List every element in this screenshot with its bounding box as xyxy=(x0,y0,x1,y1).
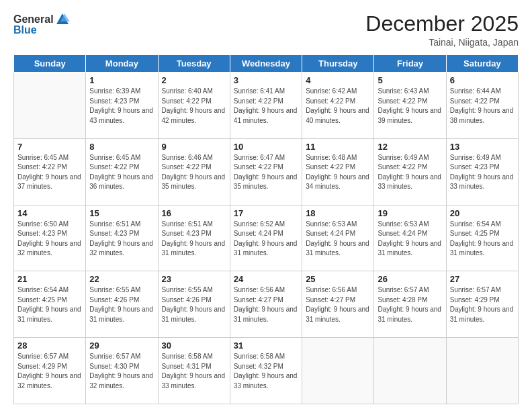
day-info: Sunrise: 6:49 AMSunset: 4:23 PMDaylight:… xyxy=(450,153,515,192)
sunset-label: Sunset: 4:27 PM xyxy=(306,296,355,304)
logo-blue: Blue xyxy=(13,24,37,36)
daylight-label: Daylight: 9 hours and 31 minutes. xyxy=(162,240,226,257)
day-info: Sunrise: 6:43 AMSunset: 4:22 PMDaylight:… xyxy=(378,87,442,126)
weekday-saturday: Saturday xyxy=(446,55,518,73)
daylight-label: Daylight: 9 hours and 43 minutes. xyxy=(89,107,153,124)
day-number: 28 xyxy=(17,340,82,351)
day-info: Sunrise: 6:54 AMSunset: 4:25 PMDaylight:… xyxy=(450,220,515,259)
day-info: Sunrise: 6:45 AMSunset: 4:22 PMDaylight:… xyxy=(17,153,82,192)
day-info: Sunrise: 6:44 AMSunset: 4:22 PMDaylight:… xyxy=(450,87,515,126)
day-info: Sunrise: 6:58 AMSunset: 4:32 PMDaylight:… xyxy=(234,352,298,391)
daylight-label: Daylight: 9 hours and 37 minutes. xyxy=(17,173,81,191)
sunrise-label: Sunrise: 6:49 AM xyxy=(450,154,501,161)
day-number: 7 xyxy=(17,142,82,152)
daylight-label: Daylight: 9 hours and 31 minutes. xyxy=(234,306,298,323)
sunrise-label: Sunrise: 6:46 AM xyxy=(162,154,213,161)
calendar-cell: 16Sunrise: 6:51 AMSunset: 4:23 PMDayligh… xyxy=(158,205,230,271)
sunset-label: Sunset: 4:23 PM xyxy=(89,230,139,237)
day-info: Sunrise: 6:51 AMSunset: 4:23 PMDaylight:… xyxy=(89,220,154,259)
location-title: Tainai, Niigata, Japan xyxy=(365,37,519,48)
sunset-label: Sunset: 4:26 PM xyxy=(89,296,139,304)
title-block: December 2025 Tainai, Niigata, Japan xyxy=(365,12,519,48)
daylight-label: Daylight: 9 hours and 32 minutes. xyxy=(17,240,81,257)
daylight-label: Daylight: 9 hours and 35 minutes. xyxy=(162,173,226,191)
day-number: 18 xyxy=(306,208,370,218)
calendar-cell: 9Sunrise: 6:46 AMSunset: 4:22 PMDaylight… xyxy=(158,138,230,205)
sunset-label: Sunset: 4:22 PM xyxy=(306,97,355,105)
calendar-cell: 10Sunrise: 6:47 AMSunset: 4:22 PMDayligh… xyxy=(230,138,302,205)
sunset-label: Sunset: 4:22 PM xyxy=(234,163,283,171)
day-number: 17 xyxy=(234,208,298,218)
calendar-cell: 18Sunrise: 6:53 AMSunset: 4:24 PMDayligh… xyxy=(302,205,374,271)
day-number: 11 xyxy=(306,142,370,152)
calendar-week-4: 28Sunrise: 6:57 AMSunset: 4:29 PMDayligh… xyxy=(14,338,519,404)
day-info: Sunrise: 6:57 AMSunset: 4:29 PMDaylight:… xyxy=(17,352,82,391)
sunset-label: Sunset: 4:22 PM xyxy=(234,97,283,105)
day-number: 13 xyxy=(450,142,515,152)
daylight-label: Daylight: 9 hours and 31 minutes. xyxy=(306,240,369,257)
calendar-week-3: 21Sunrise: 6:54 AMSunset: 4:25 PMDayligh… xyxy=(14,271,519,338)
daylight-label: Daylight: 9 hours and 31 minutes. xyxy=(450,306,514,323)
calendar-cell xyxy=(374,338,446,404)
weekday-row: Sunday Monday Tuesday Wednesday Thursday… xyxy=(14,55,519,73)
daylight-label: Daylight: 9 hours and 35 minutes. xyxy=(234,173,298,191)
day-number: 22 xyxy=(89,274,154,284)
day-number: 5 xyxy=(378,75,442,85)
calendar-week-0: 1Sunrise: 6:39 AMSunset: 4:23 PMDaylight… xyxy=(14,73,519,139)
day-number: 31 xyxy=(234,340,298,351)
day-number: 6 xyxy=(450,75,515,85)
day-info: Sunrise: 6:56 AMSunset: 4:27 PMDaylight:… xyxy=(306,285,370,324)
sunrise-label: Sunrise: 6:58 AM xyxy=(162,353,213,360)
sunrise-label: Sunrise: 6:47 AM xyxy=(234,154,285,161)
daylight-label: Daylight: 9 hours and 31 minutes. xyxy=(306,306,369,323)
sunset-label: Sunset: 4:30 PM xyxy=(89,363,139,370)
month-title: December 2025 xyxy=(365,12,519,36)
day-number: 3 xyxy=(234,75,298,85)
day-number: 21 xyxy=(17,274,82,284)
daylight-label: Daylight: 9 hours and 31 minutes. xyxy=(378,306,441,323)
day-info: Sunrise: 6:57 AMSunset: 4:30 PMDaylight:… xyxy=(89,352,154,391)
day-info: Sunrise: 6:58 AMSunset: 4:31 PMDaylight:… xyxy=(162,352,226,391)
day-number: 23 xyxy=(162,274,226,284)
calendar-cell: 27Sunrise: 6:57 AMSunset: 4:29 PMDayligh… xyxy=(446,271,518,338)
sunrise-label: Sunrise: 6:54 AM xyxy=(450,220,501,228)
day-number: 30 xyxy=(162,340,226,351)
sunrise-label: Sunrise: 6:41 AM xyxy=(234,87,285,95)
weekday-thursday: Thursday xyxy=(302,55,374,73)
day-number: 25 xyxy=(306,274,370,284)
day-number: 4 xyxy=(306,75,370,85)
sunset-label: Sunset: 4:24 PM xyxy=(234,230,283,237)
sunrise-label: Sunrise: 6:42 AM xyxy=(306,87,357,95)
sunrise-label: Sunrise: 6:45 AM xyxy=(17,154,69,161)
calendar-cell: 29Sunrise: 6:57 AMSunset: 4:30 PMDayligh… xyxy=(86,338,158,404)
daylight-label: Daylight: 9 hours and 33 minutes. xyxy=(378,173,441,191)
daylight-label: Daylight: 9 hours and 41 minutes. xyxy=(234,107,298,124)
sunrise-label: Sunrise: 6:58 AM xyxy=(234,353,285,360)
daylight-label: Daylight: 9 hours and 31 minutes. xyxy=(234,240,298,257)
calendar-cell: 17Sunrise: 6:52 AMSunset: 4:24 PMDayligh… xyxy=(230,205,302,271)
calendar-cell: 26Sunrise: 6:57 AMSunset: 4:28 PMDayligh… xyxy=(374,271,446,338)
sunrise-label: Sunrise: 6:39 AM xyxy=(89,87,140,95)
daylight-label: Daylight: 9 hours and 33 minutes. xyxy=(234,372,298,390)
day-info: Sunrise: 6:57 AMSunset: 4:29 PMDaylight:… xyxy=(450,285,515,324)
day-number: 14 xyxy=(17,208,82,218)
calendar-cell: 8Sunrise: 6:45 AMSunset: 4:22 PMDaylight… xyxy=(86,138,158,205)
header: General Blue December 2025 Tainai, Niiga… xyxy=(13,12,519,48)
day-number: 8 xyxy=(89,142,154,152)
sunset-label: Sunset: 4:23 PM xyxy=(89,97,139,105)
sunrise-label: Sunrise: 6:43 AM xyxy=(378,87,429,95)
calendar-cell xyxy=(446,338,518,404)
sunrise-label: Sunrise: 6:55 AM xyxy=(162,286,213,293)
logo-icon xyxy=(55,12,70,27)
daylight-label: Daylight: 9 hours and 32 minutes. xyxy=(17,372,81,390)
calendar-cell: 4Sunrise: 6:42 AMSunset: 4:22 PMDaylight… xyxy=(302,73,374,139)
calendar-cell: 1Sunrise: 6:39 AMSunset: 4:23 PMDaylight… xyxy=(86,73,158,139)
weekday-monday: Monday xyxy=(86,55,158,73)
sunset-label: Sunset: 4:22 PM xyxy=(162,97,212,105)
calendar-cell xyxy=(14,73,86,139)
weekday-tuesday: Tuesday xyxy=(158,55,230,73)
daylight-label: Daylight: 9 hours and 42 minutes. xyxy=(162,107,226,124)
sunset-label: Sunset: 4:22 PM xyxy=(306,163,355,171)
calendar: Sunday Monday Tuesday Wednesday Thursday… xyxy=(13,54,519,404)
day-info: Sunrise: 6:39 AMSunset: 4:23 PMDaylight:… xyxy=(89,87,154,126)
